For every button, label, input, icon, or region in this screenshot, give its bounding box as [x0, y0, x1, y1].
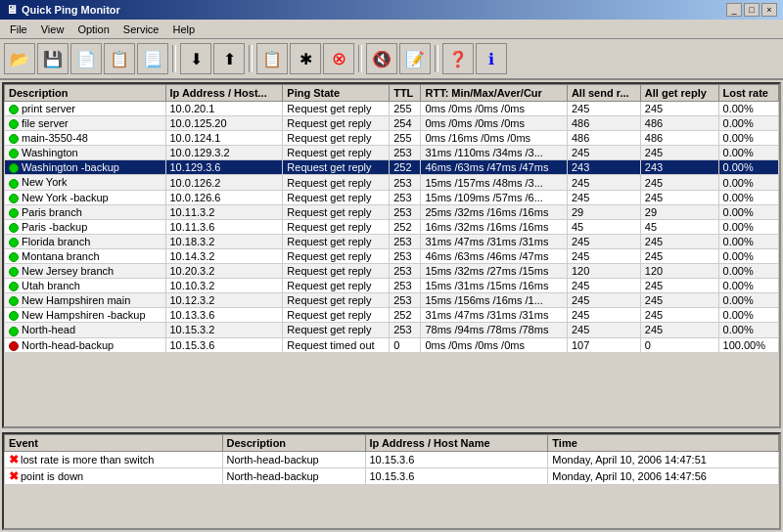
open-folder-btn[interactable]: 📂 — [4, 43, 35, 74]
cell-sent: 486 — [567, 131, 640, 146]
status-dot — [9, 208, 19, 218]
cell-state: Request get reply — [283, 264, 390, 279]
upload-btn[interactable]: ⬆ — [213, 43, 245, 74]
status-dot — [9, 223, 19, 233]
cell-reply: 245 — [640, 102, 718, 116]
cell-lost: 0.00% — [718, 264, 778, 279]
log-col-time: Time — [548, 435, 779, 452]
cell-sent: 245 — [567, 293, 640, 308]
menu-file[interactable]: File — [4, 22, 33, 36]
cell-desc: New Hampshiren -backup — [5, 308, 166, 323]
cell-reply: 120 — [640, 264, 718, 279]
table-row[interactable]: New York -backup 10.0.126.6 Request get … — [5, 190, 779, 204]
cell-sent: 45 — [567, 219, 640, 234]
table-row[interactable]: North-head-backup 10.15.3.6 Request time… — [5, 337, 779, 352]
cell-rtt: 0ms /0ms /0ms /0ms — [421, 116, 567, 131]
cell-rtt: 31ms /47ms /31ms /31ms — [421, 234, 567, 248]
table-row[interactable]: New Hampshiren -backup 10.13.3.6 Request… — [5, 308, 779, 323]
cell-rtt: 31ms /47ms /31ms /31ms — [421, 308, 567, 323]
log-time: Monday, April 10, 2006 14:47:56 — [548, 468, 779, 485]
maximize-btn[interactable]: □ — [744, 3, 760, 17]
table-row[interactable]: file server 10.0.125.20 Request get repl… — [5, 116, 779, 131]
menu-help[interactable]: Help — [167, 22, 202, 36]
cell-desc: New Jersey branch — [5, 264, 166, 279]
table-row[interactable]: Paris branch 10.11.3.2 Request get reply… — [5, 204, 779, 219]
cell-ip: 10.18.3.2 — [165, 234, 283, 248]
cell-lost: 0.00% — [718, 234, 778, 248]
cell-lost: 0.00% — [718, 323, 778, 337]
menu-view[interactable]: View — [35, 22, 70, 36]
stop-btn[interactable]: ⊗ — [323, 43, 354, 74]
close-btn[interactable]: × — [761, 3, 777, 17]
cell-rtt: 0ms /16ms /0ms /0ms — [421, 131, 567, 146]
table-row[interactable]: Utah branch 10.10.3.2 Request get reply … — [5, 279, 779, 293]
copy-btn[interactable]: 📋 — [104, 43, 135, 74]
cell-reply: 245 — [640, 175, 718, 190]
log-desc: North-head-backup — [222, 468, 365, 485]
cell-desc: Paris branch — [5, 204, 166, 219]
minimize-btn[interactable]: _ — [726, 3, 742, 17]
table-row[interactable]: Washington -backup 10.129.3.6 Request ge… — [5, 160, 779, 175]
help-btn[interactable]: ❓ — [442, 43, 474, 74]
save-btn[interactable]: 💾 — [37, 43, 69, 74]
mute-btn[interactable]: 🔇 — [366, 43, 397, 74]
cell-desc: New York — [5, 175, 166, 190]
error-icon: ✖ — [9, 453, 19, 466]
cell-state: Request get reply — [283, 204, 390, 219]
cell-rtt: 15ms /157ms /48ms /3... — [421, 175, 567, 190]
main-content: Description Ip Address / Host... Ping St… — [0, 80, 783, 532]
table-row[interactable]: Montana branch 10.14.3.2 Request get rep… — [5, 248, 779, 263]
cell-ttl: 253 — [390, 234, 421, 248]
app-title: Quick Ping Monitor — [22, 4, 120, 16]
menu-option[interactable]: Option — [71, 22, 115, 36]
cell-desc: Montana branch — [5, 248, 166, 263]
cell-sent: 120 — [567, 264, 640, 279]
cell-lost: 0.00% — [718, 308, 778, 323]
cell-rtt: 0ms /0ms /0ms /0ms — [421, 337, 567, 352]
cell-ip: 10.15.3.6 — [165, 337, 283, 352]
table-row[interactable]: New Hampshiren main 10.12.3.2 Request ge… — [5, 293, 779, 308]
cell-state: Request get reply — [283, 248, 390, 263]
table-row[interactable]: North-head 10.15.3.2 Request get reply 2… — [5, 323, 779, 337]
cell-rtt: 16ms /32ms /16ms /16ms — [421, 219, 567, 234]
info-btn[interactable]: ℹ — [476, 43, 507, 74]
col-description: Description — [5, 85, 166, 102]
log-ip: 10.15.3.6 — [365, 452, 548, 468]
cell-reply: 243 — [640, 160, 718, 175]
cell-ip: 10.10.3.2 — [165, 279, 283, 293]
table-row[interactable]: New Jersey branch 10.20.3.2 Request get … — [5, 264, 779, 279]
col-reply: All get reply — [640, 85, 718, 102]
cell-sent: 245 — [567, 146, 640, 160]
log-col-event: Event — [5, 435, 223, 452]
cell-ip: 10.15.3.2 — [165, 323, 283, 337]
new-btn[interactable]: 📄 — [70, 43, 102, 74]
add-host-btn[interactable]: 📋 — [256, 43, 288, 74]
status-dot — [9, 327, 19, 336]
cell-lost: 0.00% — [718, 146, 778, 160]
menu-service[interactable]: Service — [117, 22, 165, 36]
table-row[interactable]: New York 10.0.126.2 Request get reply 25… — [5, 175, 779, 190]
cell-reply: 245 — [640, 190, 718, 204]
cell-ttl: 253 — [390, 190, 421, 204]
status-dot — [9, 341, 19, 351]
cell-sent: 29 — [567, 204, 640, 219]
table-row[interactable]: Washington 10.0.129.3.2 Request get repl… — [5, 146, 779, 160]
cell-lost: 0.00% — [718, 219, 778, 234]
cell-reply: 245 — [640, 293, 718, 308]
cell-ip: 10.0.126.6 — [165, 190, 283, 204]
export-btn[interactable]: 📃 — [137, 43, 168, 74]
edit-btn[interactable]: 📝 — [399, 43, 431, 74]
table-row[interactable]: print server 10.0.20.1 Request get reply… — [5, 102, 779, 116]
status-dot — [9, 267, 19, 277]
log-time: Monday, April 10, 2006 14:47:51 — [548, 452, 779, 468]
table-row[interactable]: Paris -backup 10.11.3.6 Request get repl… — [5, 219, 779, 234]
cell-sent: 245 — [567, 102, 640, 116]
download-btn[interactable]: ⬇ — [180, 43, 211, 74]
table-row[interactable]: main-3550-48 10.0.124.1 Request get repl… — [5, 131, 779, 146]
log-row: ✖point is down North-head-backup 10.15.3… — [5, 468, 779, 485]
settings-btn[interactable]: ✱ — [290, 43, 321, 74]
cell-rtt: 25ms /32ms /16ms /16ms — [421, 204, 567, 219]
cell-sent: 243 — [567, 160, 640, 175]
table-row[interactable]: Florida branch 10.18.3.2 Request get rep… — [5, 234, 779, 248]
cell-ttl: 253 — [390, 293, 421, 308]
